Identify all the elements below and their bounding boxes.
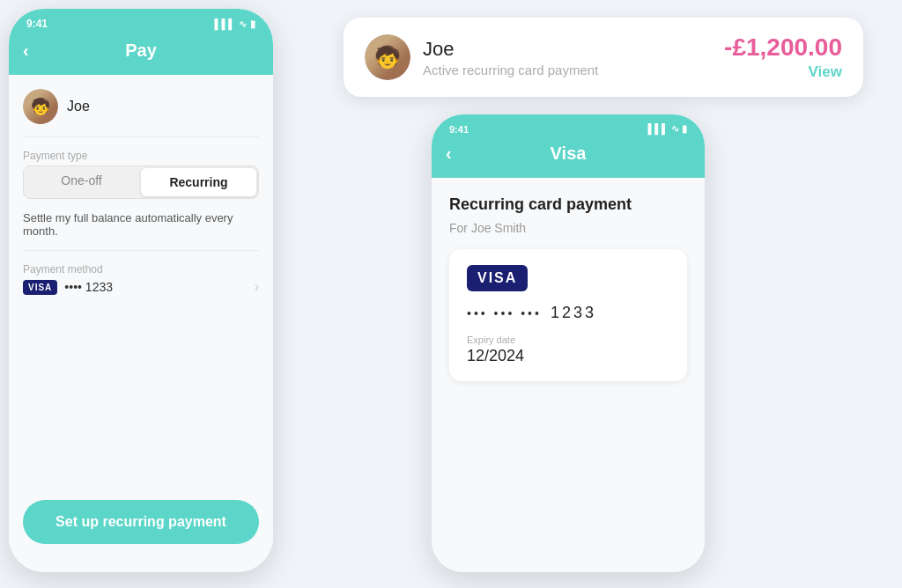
card-dots: ••• ••• ••• xyxy=(467,306,542,320)
toggle-oneoff[interactable]: One-off xyxy=(24,166,139,198)
txn-info: Joe Active recurring card payment xyxy=(423,38,598,77)
card-number-left: •••• 1233 xyxy=(64,280,113,294)
avatar-txn: 🧒 xyxy=(365,34,410,80)
signal-icon-left: ▌▌▌ xyxy=(215,18,235,29)
payment-type-label: Payment type xyxy=(23,150,259,162)
chevron-right-icon: › xyxy=(255,279,259,295)
txn-name: Joe xyxy=(423,38,598,61)
divider-2 xyxy=(23,250,259,251)
battery-icon-right: ▮ xyxy=(682,123,687,134)
status-icons-right: ▌▌▌ ∿ ▮ xyxy=(647,123,687,135)
left-phone-content: 🧒 Joe Payment type One-off Recurring Set… xyxy=(9,75,273,572)
payment-method-label: Payment method xyxy=(23,263,259,276)
method-info: VISA •••• 1233 xyxy=(23,280,113,295)
divider-1 xyxy=(23,136,259,137)
page-title-left: Pay xyxy=(125,40,157,61)
right-phone-content: Recurring card payment For Joe Smith VIS… xyxy=(432,178,705,572)
payment-type-toggle[interactable]: One-off Recurring xyxy=(23,165,259,199)
card-number-row: ••• ••• ••• 1233 xyxy=(467,304,669,322)
user-row-left: 🧒 Joe xyxy=(23,89,259,124)
visa-logo: VISA xyxy=(467,265,528,291)
left-phone: 9:41 ▌▌▌ ∿ ▮ ‹ Pay 🧒 Joe Payment type On… xyxy=(9,9,273,572)
card-last4: 1233 xyxy=(551,304,596,322)
status-bar-right: 9:41 ▌▌▌ ∿ ▮ xyxy=(432,114,705,138)
txn-amount: -£1,200.00 xyxy=(724,33,842,62)
wifi-icon-right: ∿ xyxy=(671,123,679,134)
txn-right: -£1,200.00 View xyxy=(724,33,842,81)
user-name-left: Joe xyxy=(67,99,90,114)
rcp-subtitle: For Joe Smith xyxy=(449,221,687,235)
avatar-image-txn: 🧒 xyxy=(365,34,410,80)
setup-recurring-button[interactable]: Set up recurring payment xyxy=(23,500,259,544)
expiry-value: 12/2024 xyxy=(467,347,669,365)
time-right: 9:41 xyxy=(449,124,469,135)
txn-sub: Active recurring card payment xyxy=(423,62,598,77)
visa-badge-left: VISA xyxy=(23,280,57,295)
battery-icon-left: ▮ xyxy=(250,18,255,30)
avatar-left: 🧒 xyxy=(23,89,58,124)
payment-method-section: Payment method VISA •••• 1233 › xyxy=(23,263,259,295)
status-bar-left: 9:41 ▌▌▌ ∿ ▮ xyxy=(9,9,273,33)
payment-method-row[interactable]: VISA •••• 1233 › xyxy=(23,279,259,295)
right-phone: 9:41 ▌▌▌ ∿ ▮ ‹ Visa Recurring card payme… xyxy=(432,114,705,572)
transaction-card: 🧒 Joe Active recurring card payment -£1,… xyxy=(344,18,863,97)
rcp-title: Recurring card payment xyxy=(449,195,687,214)
settle-text: Settle my full balance automatically eve… xyxy=(23,211,259,238)
payment-type-section: Payment type One-off Recurring xyxy=(23,150,259,199)
txn-view-button[interactable]: View xyxy=(724,63,842,81)
card-visual: VISA ••• ••• ••• 1233 Expiry date 12/202… xyxy=(449,249,687,381)
signal-icon-right: ▌▌▌ xyxy=(647,123,668,134)
wifi-icon-left: ∿ xyxy=(239,18,247,30)
pay-header: ‹ Pay xyxy=(9,33,273,75)
back-button-left[interactable]: ‹ xyxy=(23,40,29,61)
expiry-label: Expiry date xyxy=(467,334,669,345)
status-icons-left: ▌▌▌ ∿ ▮ xyxy=(215,18,255,30)
visa-header: ‹ Visa xyxy=(432,138,705,178)
time-left: 9:41 xyxy=(26,18,48,30)
avatar-image-left: 🧒 xyxy=(23,89,58,124)
page-title-right: Visa xyxy=(551,143,587,164)
toggle-recurring[interactable]: Recurring xyxy=(141,168,256,196)
spacer xyxy=(23,307,259,488)
back-button-right[interactable]: ‹ xyxy=(446,143,452,164)
